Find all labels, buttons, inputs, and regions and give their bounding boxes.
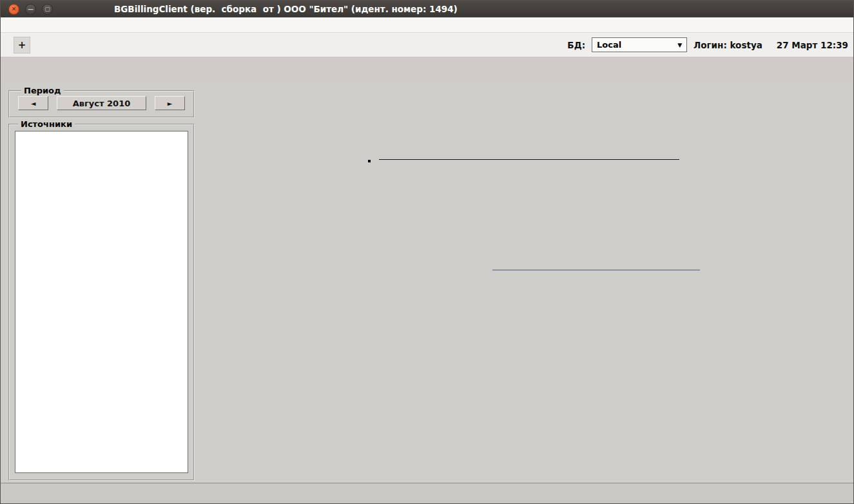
window-maximize-button[interactable]: ▢ xyxy=(42,4,53,15)
content-panel: Период ◄ Август 2010 ► Источники xyxy=(1,83,853,483)
grid-cells xyxy=(379,159,679,160)
prev-month-button[interactable]: ◄ xyxy=(18,96,48,110)
section-tabs xyxy=(1,71,853,83)
app-window: ✕ — ▢ BGBillingClient (вер. сборка от ) … xyxy=(0,0,854,504)
next-month-button[interactable]: ► xyxy=(155,96,185,110)
grid-row-headers xyxy=(368,159,379,160)
period-group: Период ◄ Август 2010 ► xyxy=(8,86,195,118)
period-group-title: Период xyxy=(21,86,64,95)
window-minimize-button[interactable]: — xyxy=(25,4,36,15)
sources-list xyxy=(15,131,188,473)
datetime-label: 27 Март 12:39 xyxy=(777,40,848,50)
sources-group-title: Источники xyxy=(18,119,75,129)
toolbar: + БД: Local ▼ Логин: kostya 27 Март 12:3… xyxy=(1,33,853,57)
bottom-tabbar xyxy=(1,483,853,504)
db-label: БД: xyxy=(567,40,585,50)
calendar-grid xyxy=(368,150,680,393)
db-select-value: Local xyxy=(597,40,621,50)
selection-region-outline xyxy=(368,160,371,162)
module-tabs xyxy=(1,57,853,71)
dropdown-arrow-icon: ▼ xyxy=(677,42,682,48)
add-view-button[interactable]: + xyxy=(14,37,30,53)
grid-column-headers xyxy=(379,150,680,159)
month-button[interactable]: Август 2010 xyxy=(57,96,146,110)
context-menu xyxy=(492,269,700,271)
sources-group: Источники xyxy=(8,119,195,481)
toolbar-right: БД: Local ▼ Логин: kostya 27 Март 12:39 xyxy=(567,37,848,52)
window-title: BGBillingClient (вер. сборка от ) ООО "Б… xyxy=(114,4,458,14)
titlebar: ✕ — ▢ BGBillingClient (вер. сборка от ) … xyxy=(1,1,853,17)
menubar xyxy=(1,17,853,33)
db-select[interactable]: Local ▼ xyxy=(592,37,687,52)
login-label: Логин: kostya xyxy=(694,40,762,50)
window-close-button[interactable]: ✕ xyxy=(8,4,19,15)
